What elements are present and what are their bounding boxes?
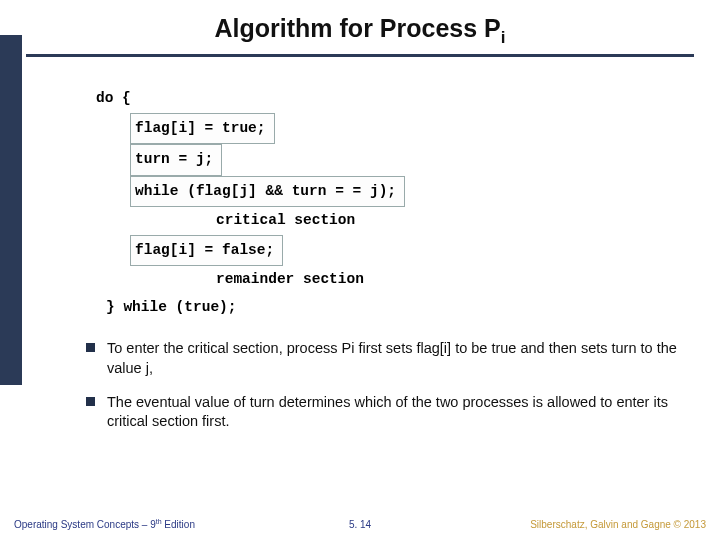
code-text: flag[i] = true; [135, 120, 266, 136]
content-block: do { flag[i] = true; turn = j; while (fl… [96, 85, 656, 446]
code-text: while (flag[j] && turn = = j); [135, 183, 396, 199]
bullet-list: To enter the critical section, process P… [86, 339, 686, 431]
list-item: The eventual value of turn determines wh… [86, 393, 686, 432]
code-turn-set-box: turn = j; [130, 144, 222, 176]
code-text: flag[i] = false; [135, 242, 274, 258]
bullet-text: The eventual value of turn determines wh… [107, 393, 686, 432]
code-block: do { flag[i] = true; turn = j; while (fl… [96, 85, 656, 321]
code-flag-set-box: flag[i] = true; [130, 113, 275, 145]
list-item: To enter the critical section, process P… [86, 339, 686, 378]
slide: Algorithm for Process Pi do { flag[i] = … [0, 0, 720, 540]
code-close: } while (true); [106, 294, 237, 322]
code-do-open: do { [96, 85, 131, 113]
footer-right: Silberschatz, Galvin and Gagne © 2013 [530, 519, 706, 530]
left-accent-bar [0, 35, 22, 385]
title-area: Algorithm for Process Pi [0, 0, 720, 48]
code-text: critical section [216, 212, 355, 228]
code-flag-reset-box: flag[i] = false; [130, 235, 283, 267]
bullet-text: To enter the critical section, process P… [107, 339, 686, 378]
title-main: Algorithm for Process P [215, 14, 501, 42]
slide-title: Algorithm for Process Pi [215, 14, 506, 48]
code-remainder-section: remainder section [216, 266, 364, 294]
bullet-icon [86, 397, 95, 406]
bullet-icon [86, 343, 95, 352]
code-text: } while (true); [106, 299, 237, 315]
code-critical-section: critical section [216, 207, 355, 235]
code-text: do { [96, 90, 131, 106]
code-text: remainder section [216, 271, 364, 287]
code-text: turn = j; [135, 151, 213, 167]
title-subscript: i [501, 28, 506, 47]
title-underline [26, 54, 694, 57]
code-while-cond-box: while (flag[j] && turn = = j); [130, 176, 405, 208]
